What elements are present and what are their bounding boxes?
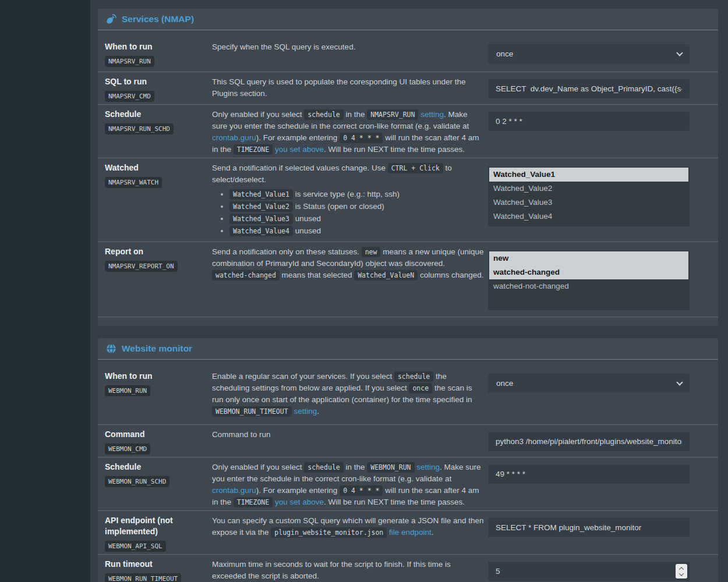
globe-icon <box>106 343 116 354</box>
webmon-api-sql-input[interactable] <box>488 518 690 537</box>
setting-code-badge: WEBMON_RUN <box>105 385 150 396</box>
inline-link[interactable]: you set above <box>275 145 324 154</box>
setting-code-badge: NMAPSRV_RUN_SCHD <box>105 123 174 134</box>
nmapsrv-cmd-input[interactable] <box>488 79 690 98</box>
inline-code-chip: CTRL + Click <box>388 163 443 173</box>
inline-code-chip: Watched_ValueN <box>354 270 418 281</box>
webmon-run-schd-input[interactable] <box>488 464 690 484</box>
settings-content: Services (NMAP) When to run NMAPSRV_RUN … <box>90 0 728 582</box>
nmapsrv-run-schd-input[interactable] <box>488 112 690 131</box>
inline-code-chip: new <box>362 247 381 257</box>
setting-description: Send a notification if selected values c… <box>212 162 488 239</box>
inline-code-chip: schedule <box>304 109 343 120</box>
setting-label: Report on <box>105 246 212 257</box>
settings-row: Watched NMAPSRV_WATCH Send a notificatio… <box>98 158 718 242</box>
panel-title: Website monitor <box>122 343 192 354</box>
setting-code-badge: NMAPSRV_CMD <box>105 91 154 102</box>
number-spinner[interactable] <box>676 564 687 579</box>
inline-code-chip: schedule <box>394 371 433 382</box>
setting-label: SQL to run <box>105 76 212 87</box>
inline-code-chip: 0 4 * * * <box>340 485 383 496</box>
bullet-item: Watched_Value3 unused <box>229 213 485 225</box>
inline-code-chip: Watched_Value4 <box>229 226 293 236</box>
multiselect-option[interactable]: Watched_Value3 <box>489 196 688 210</box>
setting-description: Command to run <box>212 429 488 455</box>
inline-link[interactable]: file endpoint <box>389 528 432 537</box>
inline-code-chip: Watched_Value3 <box>229 214 293 224</box>
setting-label: When to run <box>105 371 212 382</box>
setting-code-badge: NMAPSRV_WATCH <box>105 177 162 188</box>
inline-code-chip: WEBMON_RUN_TIMEOUT <box>212 406 292 417</box>
setting-label: Run timeout <box>105 559 212 570</box>
settings-row: Schedule NMAPSRV_RUN_SCHD Only enabled i… <box>98 105 718 158</box>
inline-link[interactable]: setting <box>420 110 444 119</box>
inline-code-chip: schedule <box>304 462 343 473</box>
multiselect-option[interactable]: watched-not-changed <box>489 279 688 293</box>
setting-description: This SQL query is used to populate the c… <box>212 76 488 102</box>
multiselect-option[interactable]: Watched_Value4 <box>489 210 688 223</box>
setting-label: Schedule <box>105 462 212 473</box>
settings-row: API endpoint (not implemented) WEBMON_AP… <box>98 511 718 555</box>
setting-description: Send a notification only on these status… <box>212 246 488 314</box>
chevron-down-icon <box>676 379 683 385</box>
settings-row: Run timeout WEBMON_RUN_TIMEOUT Maximum t… <box>98 555 718 582</box>
bullet-item: Watched_Value2 is Status (open or closed… <box>229 201 485 212</box>
settings-row: When to run NMAPSRV_RUN Specify when the… <box>98 37 718 72</box>
nmapsrv-watch-multiselect[interactable]: Watched_Value1 Watched_Value2 Watched_Va… <box>488 166 690 226</box>
multiselect-option[interactable]: new <box>489 251 688 265</box>
inline-code-chip: Watched_Value2 <box>229 201 293 212</box>
setting-description: You can specify a custom SQL query which… <box>212 515 488 552</box>
satellite-dish-icon <box>106 14 116 24</box>
setting-label: Command <box>105 429 212 440</box>
inline-code-chip: WEBMON_RUN <box>367 462 414 473</box>
setting-description: Maximum time in seconds to wait for the … <box>212 559 488 582</box>
bullet-item: Watched_Value4 unused <box>229 225 485 237</box>
webmon-run-timeout-input[interactable] <box>488 562 690 581</box>
panel-website-monitor: Website monitor When to run WEBMON_RUN E… <box>98 338 718 582</box>
webmon-run-select[interactable]: once <box>488 374 690 393</box>
inline-code-chip: TIMEZONE <box>234 144 273 155</box>
settings-row: Report on NMAPSRV_REPORT_ON Send a notif… <box>98 242 718 317</box>
panel-title: Services (NMAP) <box>122 14 194 24</box>
settings-row: Schedule WEBMON_RUN_SCHD Only enabled if… <box>98 457 718 511</box>
settings-row: Command WEBMON_CMD Command to run <box>98 425 718 457</box>
description-intro: Send a notification if selected values c… <box>212 162 485 186</box>
select-value: once <box>496 49 513 58</box>
setting-code-badge: WEBMON_RUN_TIMEOUT <box>105 573 181 582</box>
multiselect-option[interactable]: Watched_Value1 <box>489 168 688 182</box>
nmapsrv-run-select[interactable]: once <box>488 44 690 63</box>
inline-code-chip: TIMEZONE <box>234 497 273 508</box>
nmapsrv-report-on-multiselect[interactable]: new watched-changed watched-not-changed <box>488 250 690 310</box>
setting-label: When to run <box>105 41 212 52</box>
select-value: once <box>496 379 513 388</box>
multiselect-option[interactable]: watched-changed <box>489 265 688 279</box>
inline-link[interactable]: crontab.guru <box>212 486 256 495</box>
settings-row: SQL to run NMAPSRV_CMD This SQL query is… <box>98 72 718 105</box>
setting-code-badge: NMAPSRV_RUN <box>105 56 154 67</box>
setting-label: API endpoint (not implemented) <box>105 515 212 537</box>
setting-code-badge: WEBMON_API_SQL <box>105 541 166 552</box>
multiselect-option[interactable]: Watched_Value2 <box>489 182 688 196</box>
spinner-down-icon[interactable] <box>679 571 684 576</box>
inline-code-chip: NMAPSRV_RUN <box>367 109 418 120</box>
setting-label: Schedule <box>105 109 212 120</box>
inline-link[interactable]: setting <box>294 407 317 416</box>
inline-link[interactable]: crontab.guru <box>212 133 256 142</box>
panel-services-nmap: Services (NMAP) When to run NMAPSRV_RUN … <box>98 9 718 326</box>
inline-code-chip: once <box>409 383 432 393</box>
inline-code-chip: watched-changed <box>212 270 280 281</box>
settings-row: When to run WEBMON_RUN Enable a regular … <box>98 367 718 425</box>
panel-header: Services (NMAP) <box>98 9 718 30</box>
inline-link[interactable]: you set above <box>275 498 324 506</box>
chevron-down-icon <box>676 49 683 56</box>
setting-description: Specify when the SQL query is executed. <box>212 41 488 69</box>
setting-description: Only enabled if you select schedule in t… <box>212 462 488 508</box>
inline-code-chip: 0 4 * * * <box>340 133 383 143</box>
sidebar <box>0 0 90 582</box>
inline-link[interactable]: setting <box>416 463 440 471</box>
panel-header: Website monitor <box>98 338 718 360</box>
setting-description: Only enabled if you select schedule in t… <box>212 109 488 155</box>
webmon-cmd-input[interactable] <box>488 432 690 451</box>
description-bullet-list: Watched_Value1 is service type (e.g.: ht… <box>229 189 485 237</box>
setting-code-badge: WEBMON_CMD <box>105 443 150 455</box>
